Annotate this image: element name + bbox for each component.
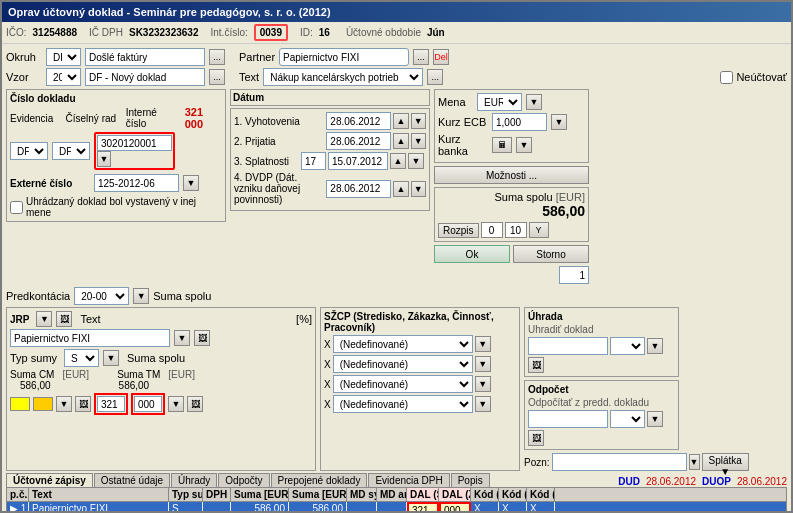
pozn-row: Pozn: ▼ Splátka ▼ bbox=[524, 453, 679, 471]
prijatia-input[interactable] bbox=[326, 132, 391, 150]
x-icon3: X bbox=[324, 379, 331, 390]
szcp1-browse-btn[interactable]: ▼ bbox=[475, 336, 491, 352]
szcp-row3: X (Nedefinované) ▼ bbox=[324, 375, 516, 393]
pozn-input[interactable] bbox=[552, 453, 687, 471]
dosle-faktury-input[interactable]: Došlé faktúry bbox=[85, 48, 205, 66]
mena-browse-btn[interactable]: ▼ bbox=[526, 94, 542, 110]
externe-browse-btn[interactable]: ▼ bbox=[183, 175, 199, 191]
vyhotovenia-down-btn[interactable]: ▼ bbox=[411, 113, 426, 129]
vzor-select[interactable]: 20 bbox=[46, 68, 81, 86]
okruh-browse-btn[interactable]: ... bbox=[209, 49, 225, 65]
dal-img-btn[interactable]: 🖼 bbox=[187, 396, 203, 412]
kurz-banka-btn[interactable]: 🖩 bbox=[492, 137, 512, 153]
dvdp-down-btn[interactable]: ▼ bbox=[411, 181, 426, 197]
uhrada-title: Úhrada bbox=[528, 311, 675, 322]
pozn-browse-btn[interactable]: ▼ bbox=[689, 454, 700, 470]
interny-browse-btn[interactable]: ▼ bbox=[97, 151, 111, 167]
szcp4-browse-btn[interactable]: ▼ bbox=[475, 396, 491, 412]
predkontacia-select[interactable]: 20-00 bbox=[74, 287, 129, 305]
md-down-btn[interactable]: ▼ bbox=[56, 396, 72, 412]
df-novy-doklad-input[interactable]: DF - Nový doklad bbox=[85, 68, 205, 86]
ina-mena-checkbox[interactable] bbox=[10, 201, 23, 214]
dal-down-btn[interactable]: ▼ bbox=[168, 396, 184, 412]
evidencia-select[interactable]: DF bbox=[10, 142, 48, 160]
mena-select[interactable]: EUR bbox=[477, 93, 522, 111]
storno-btn[interactable]: Storno bbox=[513, 245, 589, 263]
th-dal-z: DAL (Z) bbox=[439, 488, 471, 501]
splatnosti-up-btn[interactable]: ▲ bbox=[390, 153, 406, 169]
int-cislo-label: Int.číslo: bbox=[210, 27, 247, 38]
prijatia-down-btn[interactable]: ▼ bbox=[411, 133, 426, 149]
dvdp-input[interactable] bbox=[326, 180, 391, 198]
text-select[interactable]: Nákup kancelárskych potrieb bbox=[263, 68, 423, 86]
rozpis-10-input[interactable] bbox=[505, 222, 527, 238]
table-row[interactable]: ▶ 1 Papiernictvo FIXI S 586,00 586,00 32… bbox=[7, 502, 786, 511]
jrp-down-btn[interactable]: ▼ bbox=[36, 311, 52, 327]
tab-popis[interactable]: Popis bbox=[451, 473, 490, 487]
kurz-banka-browse-btn[interactable]: ▼ bbox=[516, 137, 532, 153]
dal-input[interactable] bbox=[134, 396, 162, 412]
odpocet-select[interactable] bbox=[610, 410, 645, 428]
splatnosti-days-input[interactable] bbox=[301, 152, 326, 170]
tab-ostatne-udaje[interactable]: Ostatné údaje bbox=[94, 473, 170, 487]
neuctovat-checkbox[interactable] bbox=[720, 71, 733, 84]
partner-input[interactable]: Papiernictvo FIXI bbox=[279, 48, 409, 66]
table-area: p.č. Text Typ sumy DPH [%] Suma [EUR] Su… bbox=[6, 487, 787, 511]
szcp-select1[interactable]: (Nedefinované) bbox=[333, 335, 473, 353]
szcp-select2[interactable]: (Nedefinované) bbox=[333, 355, 473, 373]
jrp-text-browse-btn[interactable]: ▼ bbox=[174, 330, 190, 346]
vzor-browse-btn[interactable]: ... bbox=[209, 69, 225, 85]
ok-btn[interactable]: Ok bbox=[434, 245, 510, 263]
rozpis-0-input[interactable] bbox=[481, 222, 503, 238]
predkontacia-browse-btn[interactable]: ▼ bbox=[133, 288, 149, 304]
tab-uctovne-zapisy[interactable]: Účtovné zápisy bbox=[6, 473, 93, 487]
rozpis-y-btn[interactable]: Y bbox=[529, 222, 549, 238]
md-input[interactable] bbox=[97, 396, 125, 412]
typ-sumy-label: Typ sumy bbox=[10, 352, 60, 364]
odpocet-browse-btn[interactable]: ▼ bbox=[647, 411, 663, 427]
md-img-btn[interactable]: 🖼 bbox=[75, 396, 91, 412]
odpocet-img-btn[interactable]: 🖼 bbox=[528, 430, 544, 446]
text-browse-btn[interactable]: ... bbox=[427, 69, 443, 85]
jrp-text-input[interactable] bbox=[10, 329, 170, 347]
x-icon4: X bbox=[324, 399, 331, 410]
text-col-label: Text bbox=[80, 313, 100, 325]
vyhotovenia-up-btn[interactable]: ▲ bbox=[393, 113, 408, 129]
szcp3-browse-btn[interactable]: ▼ bbox=[475, 376, 491, 392]
uctovne-obdobie-label: Účtovné obdobie bbox=[346, 27, 421, 38]
uhrada-input[interactable] bbox=[528, 337, 608, 355]
kurz-ecb-browse-btn[interactable]: ▼ bbox=[551, 114, 567, 130]
partner-del-btn[interactable]: Del bbox=[433, 49, 449, 65]
splat-btn[interactable]: Splátka ▼ bbox=[702, 453, 749, 471]
szcp-select3[interactable]: (Nedefinované) bbox=[333, 375, 473, 393]
spinbox-input[interactable] bbox=[559, 266, 589, 284]
jrp-img-btn[interactable]: 🖼 bbox=[56, 311, 72, 327]
szcp-select4[interactable]: (Nedefinované) bbox=[333, 395, 473, 413]
externe-input[interactable] bbox=[94, 174, 179, 192]
okruh-select[interactable]: DF bbox=[46, 48, 81, 66]
szcp2-browse-btn[interactable]: ▼ bbox=[475, 356, 491, 372]
kurz-ecb-input[interactable] bbox=[492, 113, 547, 131]
tab-prepojene-doklady[interactable]: Prepojené doklady bbox=[271, 473, 368, 487]
partner-browse-btn[interactable]: ... bbox=[413, 49, 429, 65]
odpocet-input[interactable] bbox=[528, 410, 608, 428]
rozpis-btn[interactable]: Rozpis bbox=[438, 223, 479, 238]
moznosti-btn[interactable]: Možnosti ... bbox=[434, 166, 589, 184]
prijatia-up-btn[interactable]: ▲ bbox=[393, 133, 408, 149]
ciselny-rad-select[interactable]: DF bbox=[52, 142, 90, 160]
typ-sumy-browse-btn[interactable]: ▼ bbox=[103, 350, 119, 366]
uhrada-browse-btn[interactable]: ▼ bbox=[647, 338, 663, 354]
tab-uhrady[interactable]: Úhrady bbox=[171, 473, 217, 487]
typ-sumy-select[interactable]: S bbox=[64, 349, 99, 367]
tab-evidencia-dph[interactable]: Evidencia DPH bbox=[368, 473, 449, 487]
dvdp-up-btn[interactable]: ▲ bbox=[393, 181, 408, 197]
vyhotovenia-input[interactable] bbox=[326, 112, 391, 130]
jrp-label: JRP bbox=[10, 314, 29, 325]
tab-odpocty[interactable]: Odpočty bbox=[218, 473, 269, 487]
splatnosti-date-input[interactable] bbox=[328, 152, 388, 170]
splatnosti-down-btn[interactable]: ▼ bbox=[408, 153, 424, 169]
jrp-img2-btn[interactable]: 🖼 bbox=[194, 330, 210, 346]
uhrada-img-btn[interactable]: 🖼 bbox=[528, 357, 544, 373]
interny-cislo-input[interactable] bbox=[97, 135, 172, 151]
uhrada-select[interactable] bbox=[610, 337, 645, 355]
